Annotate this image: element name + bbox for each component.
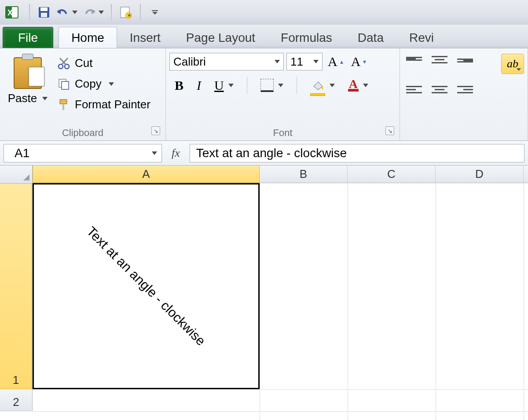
svg-rect-4 (40, 7, 48, 11)
down-arrow-icon: ▾ (363, 58, 366, 66)
undo-button[interactable] (54, 4, 80, 21)
font-size-value: 11 (290, 55, 303, 69)
cut-label: Cut (75, 56, 92, 70)
separator (29, 4, 30, 21)
paste-icon (14, 54, 42, 89)
font-size-combo[interactable]: 11 (286, 53, 323, 70)
svg-marker-12 (152, 12, 158, 15)
dropdown-arrow-icon (42, 97, 48, 100)
increase-font-size-button[interactable]: A▴ (325, 53, 346, 70)
svg-rect-19 (60, 99, 67, 104)
formula-content: Text at an angle - clockwise (196, 146, 347, 160)
cell-A1[interactable]: Text at an angle - clockwise (33, 183, 260, 389)
format-painter-button[interactable]: Format Painter (55, 96, 162, 113)
cells-area[interactable]: Text at an angle - clockwise (33, 183, 528, 420)
column-header-A[interactable]: A (33, 166, 260, 183)
row-header-1[interactable]: 1 (0, 183, 32, 389)
dropdown-arrow-icon (72, 11, 77, 14)
tab-review[interactable]: Revi (396, 27, 447, 48)
excel-logo: X (4, 4, 21, 21)
column-headers: A B C D (0, 166, 528, 183)
up-arrow-icon: ▴ (340, 58, 343, 66)
fx-icon[interactable]: fx (166, 147, 185, 160)
copy-icon (57, 77, 70, 91)
cut-button[interactable]: Cut (55, 55, 162, 72)
tab-insert[interactable]: Insert (117, 27, 173, 48)
svg-text:✶: ✶ (127, 12, 132, 19)
font-name-combo[interactable]: Calibri (169, 53, 284, 70)
align-bottom-button[interactable] (457, 54, 473, 65)
tab-file[interactable]: File (3, 27, 53, 48)
ribbon-group-alignment: ab (400, 48, 528, 140)
column-header-D[interactable]: D (436, 166, 524, 183)
dropdown-arrow-icon (99, 11, 104, 14)
gridline (33, 411, 528, 412)
gridline (436, 183, 436, 420)
redo-button[interactable] (80, 4, 106, 21)
separator (111, 4, 112, 21)
row-header-2[interactable]: 2 (0, 389, 32, 411)
underline-button[interactable]: U (212, 77, 236, 94)
dropdown-arrow-icon (330, 84, 335, 87)
grow-font-letter: A (328, 54, 337, 69)
align-left-button[interactable] (406, 84, 422, 95)
dropdown-arrow-icon (313, 60, 319, 63)
tab-data[interactable]: Data (345, 27, 396, 48)
name-box[interactable]: A1 (4, 144, 162, 162)
font-color-button[interactable]: A (345, 78, 371, 92)
font-color-icon: A (348, 79, 359, 92)
ribbon: Paste Cut (0, 48, 528, 141)
fill-bucket-icon (310, 79, 325, 92)
align-top-button[interactable] (406, 54, 422, 65)
dropdown-arrow-icon (278, 84, 283, 87)
align-middle-button[interactable] (432, 54, 447, 65)
italic-button[interactable]: I (194, 77, 204, 94)
save-button[interactable] (34, 4, 54, 21)
gridline (33, 389, 528, 390)
align-center-button[interactable] (432, 84, 447, 95)
tab-page-layout[interactable]: Page Layout (173, 27, 268, 48)
svg-rect-18 (62, 81, 69, 89)
column-header-C[interactable]: C (348, 166, 436, 183)
tab-home[interactable]: Home (59, 27, 117, 48)
svg-rect-5 (41, 13, 47, 17)
cell-A1-text: Text at an angle - clockwise (84, 224, 208, 348)
fill-color-button[interactable] (308, 78, 337, 93)
quick-access-toolbar: X ✶ (0, 0, 528, 25)
decrease-font-size-button[interactable]: A▾ (348, 53, 369, 70)
border-icon (260, 79, 274, 92)
bold-button[interactable]: B (172, 77, 186, 94)
group-label-clipboard: Clipboard (62, 127, 103, 138)
dropdown-arrow-icon (363, 84, 368, 87)
svg-rect-20 (62, 104, 64, 110)
borders-button[interactable] (258, 78, 286, 93)
new-workbook-button[interactable]: ✶ (116, 4, 136, 21)
gridline (348, 183, 348, 420)
select-all-button[interactable] (0, 166, 33, 183)
format-painter-label: Format Painter (75, 98, 150, 111)
ribbon-group-clipboard: Paste Cut (0, 48, 166, 140)
underline-letter: U (214, 78, 224, 93)
copy-label: Copy (75, 77, 102, 91)
formula-input[interactable]: Text at an angle - clockwise (190, 144, 524, 162)
row-headers: 1 2 (0, 183, 33, 411)
scissors-icon (57, 57, 70, 70)
dropdown-arrow-icon (228, 84, 234, 87)
paste-button[interactable]: Paste (4, 51, 52, 105)
dialog-launcher-font[interactable]: ↘ (385, 126, 394, 135)
worksheet-grid: A B C D 1 2 Text at an angle - clockwise (0, 166, 528, 420)
column-header-B[interactable]: B (260, 166, 348, 183)
tab-formulas[interactable]: Formulas (268, 27, 345, 48)
gridline (524, 183, 524, 420)
dropdown-arrow-icon (275, 60, 280, 63)
separator (247, 77, 247, 94)
dialog-launcher-clipboard[interactable]: ↘ (151, 126, 160, 135)
gridline (260, 183, 260, 420)
copy-button[interactable]: Copy (55, 75, 162, 92)
shrink-font-letter: A (351, 54, 361, 69)
separator (297, 77, 297, 94)
customize-qat-button[interactable] (145, 4, 165, 21)
orientation-button[interactable]: ab (501, 54, 524, 74)
dropdown-arrow-icon (152, 151, 157, 155)
align-right-button[interactable] (457, 84, 473, 95)
